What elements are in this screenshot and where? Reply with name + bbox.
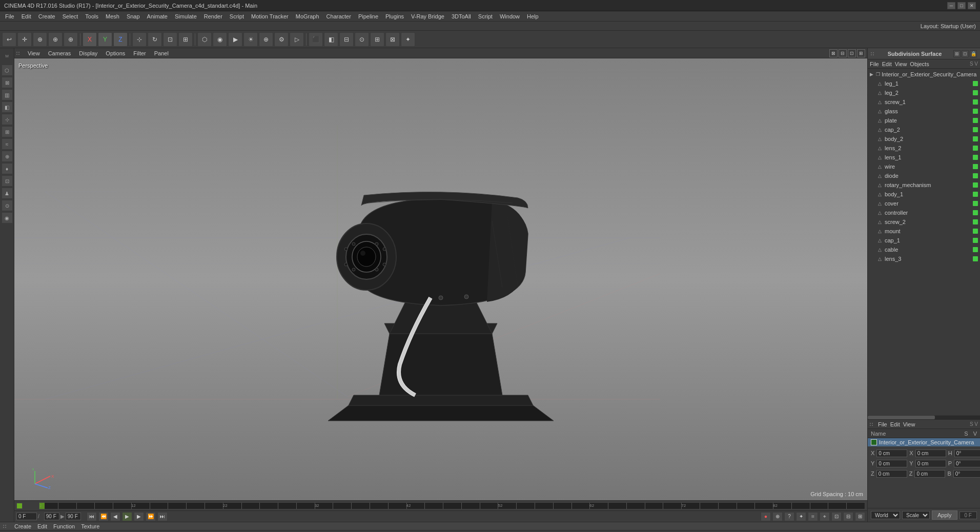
toolbar-scale[interactable]: ⊡ — [163, 32, 177, 47]
transport-prev-frame[interactable]: ◀ — [110, 512, 120, 521]
transport-autokey[interactable]: ⊕ — [772, 512, 783, 521]
menu-vray[interactable]: V-Ray Bridge — [408, 12, 447, 21]
om-icon-lock[interactable]: 🔒 — [970, 50, 977, 57]
coord-z-input[interactable] — [876, 470, 907, 478]
coord-p-input[interactable] — [954, 460, 980, 467]
toolbar-obj-manager[interactable]: ⬡ — [197, 32, 212, 47]
lr-menu-view[interactable]: View — [903, 421, 915, 427]
menu-tools[interactable]: Tools — [82, 12, 101, 21]
coord-y-input[interactable] — [876, 460, 907, 467]
viewport-icon-3[interactable]: ⊡ — [848, 49, 856, 57]
om-icon-2[interactable]: ⊡ — [962, 50, 969, 57]
vp-menu-panel[interactable]: Panel — [152, 50, 171, 56]
restore-button[interactable]: □ — [957, 2, 966, 9]
transport-next-frame[interactable]: ▶ — [134, 512, 144, 521]
toolbar-render-region[interactable]: ⊞ — [178, 32, 193, 47]
sidebar-sim-icon[interactable]: ≈ — [2, 138, 13, 150]
tree-item-cable[interactable]: △ cable — [868, 245, 980, 254]
timeline-full-bar[interactable]: (function(){ // will render via JS below… — [39, 502, 865, 509]
transport-help[interactable]: ? — [784, 512, 794, 521]
coord-world-dropdown[interactable]: World Object — [871, 511, 900, 519]
menu-mograph[interactable]: MoGraph — [293, 12, 322, 21]
menu-edit[interactable]: Edit — [18, 12, 34, 21]
coord-yr-input[interactable] — [915, 460, 946, 467]
transport-record[interactable]: ● — [761, 512, 771, 521]
tree-item-diode[interactable]: △ diode — [868, 171, 980, 180]
toolbar-mat-manager[interactable]: ◉ — [213, 32, 227, 47]
apply-button[interactable]: Apply — [932, 510, 957, 520]
lr-menu-edit[interactable]: Edit — [890, 421, 900, 427]
tree-item-leg2[interactable]: △ leg_2 — [868, 88, 980, 97]
sidebar-model-icon[interactable]: ⬡ — [2, 65, 13, 76]
tree-item-rotary[interactable]: △ rotary_mechanism — [868, 180, 980, 190]
tree-item-cover[interactable]: △ cover — [868, 199, 980, 208]
tree-item-cap1[interactable]: △ cap_1 — [868, 236, 980, 245]
sidebar-pts-icon[interactable]: ⊹ — [2, 114, 13, 125]
vp-menu-options[interactable]: Options — [104, 50, 127, 56]
sidebar-uv-icon[interactable]: ⊞ — [2, 126, 13, 137]
tree-item-screw2[interactable]: △ screw_2 — [868, 217, 980, 227]
toolbar-display[interactable]: ⬛ — [309, 32, 323, 47]
tree-item-lens1[interactable]: △ lens_1 — [868, 153, 980, 162]
coord-zr-input[interactable] — [914, 470, 945, 478]
menu-select[interactable]: Select — [59, 12, 81, 21]
sidebar-snap-icon[interactable]: ⊕ — [2, 151, 13, 162]
sidebar-motion-icon[interactable]: ⊙ — [2, 200, 13, 211]
menu-3dtoall[interactable]: 3DToAll — [448, 12, 474, 21]
tree-item-wire[interactable]: △ wire — [868, 162, 980, 171]
matbar-menu-function[interactable]: Function — [53, 523, 75, 529]
tree-item-mount[interactable]: △ mount — [868, 227, 980, 236]
coord-scale-dropdown[interactable]: Scale — [902, 511, 930, 519]
toolbar-tool2[interactable]: ⊕ — [48, 32, 63, 47]
coord-extra-input[interactable]: 0 F — [959, 511, 977, 519]
tree-scrollbar-thumb[interactable] — [868, 416, 935, 419]
transport-goto-end[interactable]: ⏭ — [157, 512, 168, 521]
menu-animate[interactable]: Animate — [144, 12, 171, 21]
menu-window[interactable]: Window — [497, 12, 523, 21]
menu-snap[interactable]: Snap — [124, 12, 143, 21]
toolbar-tool1[interactable]: ⊕ — [33, 32, 47, 47]
om-icon-1[interactable]: ⊠ — [953, 50, 961, 57]
end-frame-input[interactable] — [44, 513, 59, 520]
transport-goto-start[interactable]: ⏮ — [87, 512, 97, 521]
toolbar-move[interactable]: ⊹ — [132, 32, 147, 47]
matbar-menu-edit[interactable]: Edit — [37, 523, 47, 529]
toolbar-edge[interactable]: ⊟ — [339, 32, 354, 47]
tree-expand-root[interactable]: ▶ — [870, 72, 873, 77]
tree-item-glass[interactable]: △ glass — [868, 107, 980, 116]
vp-menu-cameras[interactable]: Cameras — [46, 50, 73, 56]
vp-menu-view[interactable]: View — [26, 50, 42, 56]
toolbar-z-axis[interactable]: Z — [113, 32, 128, 47]
menu-file[interactable]: File — [2, 12, 17, 21]
vp-menu-display[interactable]: Display — [77, 50, 99, 56]
toolbar-new-obj[interactable]: ✛ — [17, 32, 32, 47]
transport-next-key[interactable]: ⏩ — [146, 512, 156, 521]
toolbar-edge2[interactable]: ⊠ — [385, 32, 400, 47]
viewport-icon-2[interactable]: ⊟ — [839, 49, 847, 57]
coord-xr-input[interactable] — [915, 449, 946, 457]
viewport-icon-1[interactable]: ⊠ — [829, 49, 838, 57]
matbar-menu-create[interactable]: Create — [14, 523, 31, 529]
close-button[interactable]: ✕ — [968, 2, 976, 9]
tree-item-cap2[interactable]: △ cap_2 — [868, 125, 980, 134]
tree-item-leg1[interactable]: △ leg_1 — [868, 79, 980, 88]
sidebar-mesh-icon[interactable]: ⊠ — [2, 77, 13, 88]
current-frame-input[interactable] — [16, 513, 37, 520]
toolbar-y-axis[interactable]: Y — [98, 32, 112, 47]
toolbar-render[interactable]: ▷ — [290, 32, 304, 47]
om-menu-file[interactable]: File — [870, 61, 879, 67]
toolbar-x-axis[interactable]: X — [83, 32, 97, 47]
lr-menu-file[interactable]: File — [878, 421, 887, 427]
transport-layer[interactable]: ⊟ — [843, 512, 853, 521]
toolbar-light2[interactable]: ✦ — [401, 32, 415, 47]
toolbar-pts[interactable]: ⊙ — [355, 32, 369, 47]
menu-simulate[interactable]: Simulate — [172, 12, 200, 21]
tree-item-body2[interactable]: △ body_2 — [868, 134, 980, 144]
matbar-menu-texture[interactable]: Texture — [81, 523, 99, 529]
toolbar-poly[interactable]: ⊞ — [370, 32, 384, 47]
tree-item-controller[interactable]: △ controller — [868, 208, 980, 217]
toolbar-cam[interactable]: ⊕ — [259, 32, 273, 47]
tree-item-screw1[interactable]: △ screw_1 — [868, 97, 980, 107]
om-menu-view[interactable]: View — [895, 61, 907, 67]
toolbar-settings[interactable]: ⚙ — [274, 32, 289, 47]
